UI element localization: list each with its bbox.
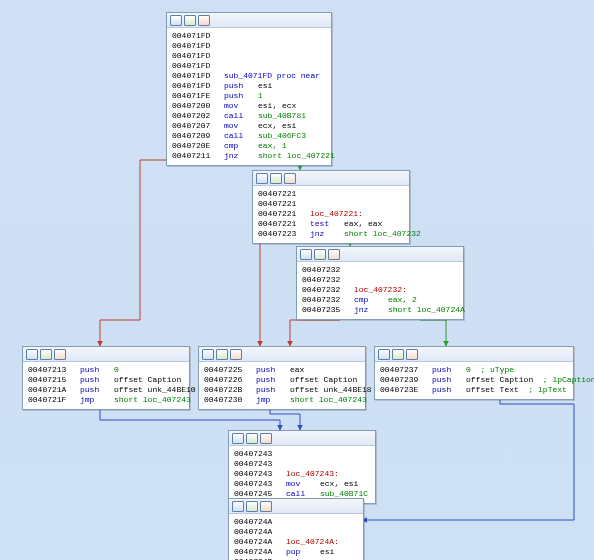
chart-icon — [392, 349, 404, 360]
disasm-line: 00407243 — [234, 449, 370, 459]
hex-icon — [198, 15, 210, 26]
disasm-line: 00407221 — [258, 199, 404, 209]
cfg-node-loc-407221[interactable]: 004072210040722100407221loc_407221:00407… — [252, 170, 410, 244]
disasm-line: 00407215pushoffset Caption — [28, 375, 184, 385]
hex-icon — [328, 249, 340, 260]
disasm-line: 00407239pushoffset Caption ; lpCaption — [380, 375, 568, 385]
hex-icon — [260, 501, 272, 512]
block-label: 0040724Aloc_40724A: — [234, 537, 358, 547]
node-body: 00407213push000407215pushoffset Caption0… — [23, 362, 189, 409]
window-icon — [202, 349, 214, 360]
node-body: 00407225pusheax00407226pushoffset Captio… — [199, 362, 365, 409]
cfg-node-407225[interactable]: 00407225pusheax00407226pushoffset Captio… — [198, 346, 366, 410]
disasm-line: 00407225pusheax — [204, 365, 360, 375]
disasm-line: 0040721Fjmpshort loc_407243 — [28, 395, 184, 405]
node-body: 004072320040723200407232loc_407232:00407… — [297, 262, 463, 319]
chart-icon — [184, 15, 196, 26]
hex-icon — [406, 349, 418, 360]
node-titlebar — [199, 347, 365, 362]
chart-icon — [246, 433, 258, 444]
disasm-line: 0040720Ecmpeax, 1 — [172, 141, 326, 151]
disasm-line: 00407223jnzshort loc_407232 — [258, 229, 404, 239]
hex-icon — [54, 349, 66, 360]
disasm-line: 00407221testeax, eax — [258, 219, 404, 229]
node-titlebar — [23, 347, 189, 362]
chart-icon — [246, 501, 258, 512]
disasm-line: 00407237push0 ; uType — [380, 365, 568, 375]
block-label: 00407232loc_407232: — [302, 285, 458, 295]
cfg-node-loc-40724A[interactable]: 0040724A0040724A0040724Aloc_40724A:00407… — [228, 498, 364, 560]
disasm-line: 004071FDsub_4071FD proc near — [172, 71, 326, 81]
disasm-line: 00407226pushoffset Caption — [204, 375, 360, 385]
block-label: 00407221loc_407221: — [258, 209, 404, 219]
node-titlebar — [297, 247, 463, 262]
disasm-line: 00407235jnzshort loc_40724A — [302, 305, 458, 315]
node-titlebar — [229, 499, 363, 514]
disasm-line: 00407200movesi, ecx — [172, 101, 326, 111]
disasm-line: 00407232 — [302, 275, 458, 285]
disasm-line: 004071FD — [172, 51, 326, 61]
window-icon — [232, 501, 244, 512]
disasm-line: 0040723Epushoffset Text ; lpText — [380, 385, 568, 395]
window-icon — [170, 15, 182, 26]
disasm-line: 00407213push0 — [28, 365, 184, 375]
cfg-node-loc-407232[interactable]: 004072320040723200407232loc_407232:00407… — [296, 246, 464, 320]
disasm-line: 004071FD — [172, 61, 326, 71]
cfg-node-407213[interactable]: 00407213push000407215pushoffset Caption0… — [22, 346, 190, 410]
disasm-line: 0040724A — [234, 527, 358, 537]
node-titlebar — [375, 347, 573, 362]
disasm-line: 0040721Apushoffset unk_44BE10 — [28, 385, 184, 395]
node-body: 0040724A0040724A0040724Aloc_40724A:00407… — [229, 514, 363, 560]
disasm-line: 00407221 — [258, 189, 404, 199]
disasm-line: 00407230jmpshort loc_407243 — [204, 395, 360, 405]
disasm-line: 00407243 — [234, 459, 370, 469]
node-body: 004072430040724300407243loc_407243:00407… — [229, 446, 375, 503]
hex-icon — [230, 349, 242, 360]
node-body: 004072210040722100407221loc_407221:00407… — [253, 186, 409, 243]
disasm-line: 00407232cmpeax, 2 — [302, 295, 458, 305]
disasm-line: 0040722Bpushoffset unk_44BE18 — [204, 385, 360, 395]
disasm-line: 004071FD — [172, 41, 326, 51]
disasm-line: 00407209callsub_406FC3 — [172, 131, 326, 141]
window-icon — [378, 349, 390, 360]
disasm-line: 00407202callsub_40B781 — [172, 111, 326, 121]
block-label: 00407243loc_407243: — [234, 469, 370, 479]
node-body: 004071FD004071FD004071FD004071FD004071FD… — [167, 28, 331, 165]
disasm-line: 00407243movecx, esi — [234, 479, 370, 489]
window-icon — [26, 349, 38, 360]
cfg-node-entry[interactable]: 004071FD004071FD004071FD004071FD004071FD… — [166, 12, 332, 166]
node-titlebar — [167, 13, 331, 28]
disasm-line: 004071FDpushesi — [172, 81, 326, 91]
cfg-node-407237[interactable]: 00407237push0 ; uType00407239pushoffset … — [374, 346, 574, 400]
hex-icon — [260, 433, 272, 444]
disasm-line: 004071FD — [172, 31, 326, 41]
hex-icon — [284, 173, 296, 184]
cfg-node-loc-407243[interactable]: 004072430040724300407243loc_407243:00407… — [228, 430, 376, 504]
disasm-line: 00407232 — [302, 265, 458, 275]
window-icon — [256, 173, 268, 184]
chart-icon — [314, 249, 326, 260]
disasm-line: 0040724A — [234, 517, 358, 527]
disasm-line: 00407211jnzshort loc_407221 — [172, 151, 326, 161]
window-icon — [300, 249, 312, 260]
disasm-line: 0040724Apopesi — [234, 547, 358, 557]
node-body: 00407237push0 ; uType00407239pushoffset … — [375, 362, 573, 399]
window-icon — [232, 433, 244, 444]
disasm-line: 004071FEpush1 — [172, 91, 326, 101]
chart-icon — [216, 349, 228, 360]
chart-icon — [40, 349, 52, 360]
chart-icon — [270, 173, 282, 184]
disasm-line: 00407207movecx, esi — [172, 121, 326, 131]
node-titlebar — [253, 171, 409, 186]
node-titlebar — [229, 431, 375, 446]
